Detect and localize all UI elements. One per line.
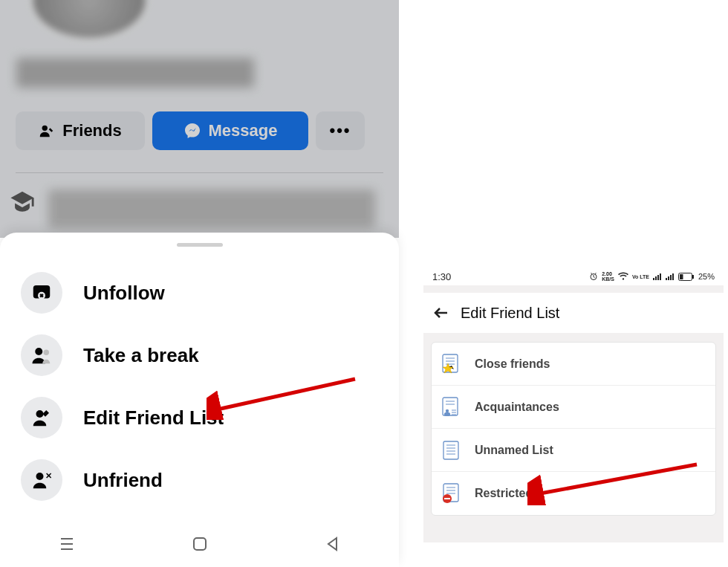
svg-rect-34 <box>444 412 450 416</box>
status-battery-pct: 25% <box>698 272 715 281</box>
nav-recents-icon[interactable] <box>58 537 76 551</box>
friend-lists-container: Close friends Acquaintances Unnamed List… <box>431 342 716 516</box>
message-button[interactable]: Message <box>152 111 308 150</box>
svg-point-33 <box>446 409 449 412</box>
svg-rect-15 <box>655 276 657 280</box>
profile-name-blurred <box>16 58 254 88</box>
svg-point-5 <box>36 410 44 418</box>
svg-rect-11 <box>194 538 206 550</box>
svg-rect-18 <box>666 278 667 280</box>
svg-point-6 <box>36 473 44 480</box>
svg-rect-19 <box>668 276 669 280</box>
acquaintances-icon <box>439 395 463 419</box>
unnamed-list-label: Unnamed List <box>475 444 553 457</box>
status-kbps: 2.00 <box>602 271 614 276</box>
edit-friend-list-item[interactable]: Edit Friend List <box>0 386 399 449</box>
back-icon[interactable] <box>432 304 450 322</box>
unfollow-icon <box>21 272 62 314</box>
education-icon <box>10 189 35 215</box>
friends-button-label: Friends <box>62 121 121 140</box>
messenger-icon <box>183 122 201 140</box>
svg-rect-20 <box>670 275 672 280</box>
battery-icon <box>678 273 695 281</box>
unfollow-item[interactable]: Unfollow <box>0 262 399 324</box>
take-a-break-item[interactable]: Take a break <box>0 324 399 386</box>
svg-rect-24 <box>692 275 694 279</box>
status-bar: 1:30 2.00 KB/S Vo LTE 25% <box>423 268 724 285</box>
more-icon: ••• <box>329 121 351 140</box>
restricted-icon <box>439 482 463 505</box>
android-nav-bar <box>0 521 399 567</box>
unfollow-label: Unfollow <box>83 282 165 305</box>
edit-friend-list-header: Edit Friend List <box>423 293 724 333</box>
signal-icon-2 <box>666 273 675 280</box>
wifi-icon <box>618 272 628 281</box>
acquaintances-item[interactable]: Acquaintances <box>432 386 715 429</box>
unnamed-list-item[interactable]: Unnamed List <box>432 429 715 472</box>
svg-rect-16 <box>657 275 659 280</box>
svg-rect-14 <box>653 278 654 280</box>
unfriend-label: Unfriend <box>83 469 163 492</box>
close-friends-item[interactable]: Close friends <box>432 343 715 386</box>
restricted-item[interactable]: Restricted <box>432 472 715 515</box>
svg-point-0 <box>42 126 48 131</box>
phone-screenshot-friends-menu: Friends Message ••• <box>0 0 399 567</box>
status-lte: Vo LTE <box>632 274 649 279</box>
take-a-break-label: Take a break <box>83 344 199 367</box>
edit-friend-list-label: Edit Friend List <box>83 406 224 430</box>
status-icons: 2.00 KB/S Vo LTE 25% <box>589 271 715 282</box>
profile-info-blurred <box>48 189 375 228</box>
friends-icon <box>39 123 55 139</box>
more-options-button[interactable]: ••• <box>316 111 365 150</box>
svg-text:✕: ✕ <box>45 471 52 480</box>
take-a-break-icon <box>21 334 62 376</box>
signal-icon-1 <box>653 273 662 280</box>
status-time: 1:30 <box>432 271 451 282</box>
unnamed-list-icon <box>439 438 463 462</box>
restricted-label: Restricted <box>475 487 533 500</box>
dimmed-profile-background: Friends Message ••• <box>0 0 399 238</box>
friends-options-sheet: Unfollow Take a break Edit Friend List ✕… <box>0 233 399 567</box>
edit-friend-list-title: Edit Friend List <box>461 305 559 322</box>
nav-home-icon[interactable] <box>192 536 208 552</box>
alarm-icon <box>589 272 598 281</box>
edit-friend-list-icon <box>21 397 62 438</box>
nav-back-icon[interactable] <box>325 536 341 552</box>
unfriend-item[interactable]: ✕ Unfriend <box>0 449 399 511</box>
profile-action-row: Friends Message ••• <box>16 111 365 150</box>
acquaintances-label: Acquaintances <box>475 401 559 414</box>
svg-rect-23 <box>680 274 683 279</box>
svg-rect-17 <box>660 273 661 280</box>
sheet-grabber[interactable] <box>177 243 223 247</box>
friends-button[interactable]: Friends <box>16 111 145 150</box>
profile-avatar-blurred <box>30 0 149 41</box>
close-friends-icon <box>439 352 463 376</box>
svg-point-4 <box>44 350 50 356</box>
svg-rect-48 <box>444 498 450 499</box>
message-button-label: Message <box>209 121 278 140</box>
profile-info-row <box>10 189 375 228</box>
unfriend-icon: ✕ <box>21 459 62 501</box>
divider <box>16 172 383 173</box>
status-kbps-unit: KB/S <box>602 276 614 282</box>
svg-point-3 <box>35 348 42 355</box>
svg-rect-21 <box>672 273 674 280</box>
phone-screenshot-edit-friend-list: 1:30 2.00 KB/S Vo LTE 25% <box>423 268 724 542</box>
close-friends-label: Close friends <box>475 357 550 371</box>
svg-rect-38 <box>443 441 458 459</box>
